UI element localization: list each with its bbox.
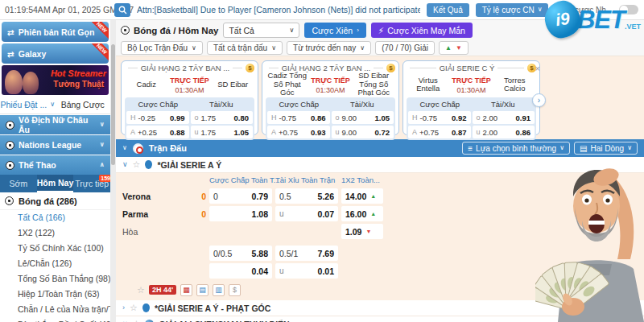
bet-slip-tabs: Phiếu Đặt ... ∨ Bảng Cược [0, 95, 110, 114]
subtab-early[interactable]: Sớm [0, 175, 37, 192]
league-count-label: (70 / 70) Giải [375, 41, 435, 55]
odds-cell[interactable]: u 0.07 [275, 206, 338, 221]
sidebar-filter-first-last-goal[interactable]: Bàn thắng Đầu/ Cuối (40) [0, 317, 110, 322]
scrollbar-thumb[interactable] [111, 44, 115, 165]
favorite-star-icon[interactable]: ☆ [133, 160, 141, 169]
sidebar-league-nations[interactable]: Nations League ∨ [0, 135, 110, 155]
sidebar: ⇄ Phiên bản Rút Gọn NEW ⇄ Galaxy NEW Hot… [0, 20, 110, 322]
chevron-down-icon[interactable]: ∨ [122, 145, 127, 151]
sidebar-filter-ht-ft[interactable]: Hiệp 1/Toàn Trận (63) [0, 287, 110, 302]
odds-cell[interactable]: A +0.75 0.87 [408, 126, 471, 138]
live-period-badge: 2H 44' [149, 285, 176, 295]
match-card-2: GIẢI HẠNG 2 TÂY BAN ... $ Cadiz Tổng Số … [262, 60, 399, 135]
odds-cell[interactable]: 14.00 ▲ [341, 188, 383, 204]
hot-streamer-banner[interactable]: Hot Streamer Tường Thuật [2, 65, 109, 95]
odds-cell[interactable]: u 1.75 1.05 [191, 126, 254, 138]
time-range-select[interactable]: Từ trước đến nay ∨ [287, 41, 371, 55]
coin-icon[interactable]: $ [229, 284, 241, 296]
odds-cell[interactable]: u 2.00 0.86 [473, 126, 535, 138]
card-league-title: GIẢI HẠNG 2 TÂY BAN ... $ [125, 64, 254, 72]
sidebar-scrollbar[interactable] [110, 20, 116, 322]
odds-cell[interactable]: 1.08 [209, 206, 272, 221]
odds-cell[interactable]: 0/0.5 5.88 [209, 246, 272, 261]
match-filter-button[interactable]: Bộ Lọc Trận Đấu ∨ [121, 41, 203, 55]
chevron-right-icon[interactable]: › [122, 304, 125, 312]
match-target-icon [133, 143, 143, 154]
odds-type-button[interactable]: Tỷ lệ cược CN ∨ [476, 3, 549, 17]
team-score: 0 [193, 192, 206, 201]
odds-cell[interactable]: A +0.75 0.93 [267, 126, 330, 138]
swap-icon: ⇄ [7, 49, 14, 59]
league-name: GIẢI ALLSVENSKAN THỤY ĐIỂN [159, 320, 289, 322]
close-icon[interactable]: × [535, 64, 540, 73]
sidebar-league-euro-women[interactable]: Vô Địch Nữ Châu Âu ∨ [0, 115, 110, 134]
results-button[interactable]: Kết Quả [427, 3, 469, 17]
subtab-today[interactable]: Hôm Nay [37, 175, 74, 192]
odds-up-icon: ▲ [370, 211, 376, 217]
galaxy-button[interactable]: ⇄ Galaxy NEW [2, 43, 109, 64]
league-logo-icon [145, 160, 152, 169]
soccer-ball-icon [5, 196, 14, 205]
coin-icon: $ [246, 64, 254, 72]
sidebar-sport-football[interactable]: Bóng đá (286) [0, 192, 110, 210]
all-matches-select[interactable]: Tất cả trận đấu ∨ [207, 41, 283, 55]
favorite-star-icon[interactable]: ☆ [130, 303, 138, 312]
match-time: 01:30AM [456, 86, 485, 94]
live-label: TRỰC TIẾP [170, 76, 208, 85]
home-team: Cadiz [125, 80, 168, 89]
stats-icon[interactable]: ▥ [213, 284, 225, 296]
sidebar-league-sports[interactable]: Thể Thao ∧ [0, 155, 110, 175]
search-button[interactable] [114, 3, 130, 17]
odds-cell[interactable]: 0.04 [209, 263, 272, 279]
pitch-view-icon[interactable]: ▦ [180, 284, 192, 296]
odds-cell[interactable]: 0.5/1 7.69 [275, 246, 338, 261]
favorite-star-icon[interactable]: ☆ [137, 286, 145, 295]
over-under-header: Tài/Xỉu [331, 100, 394, 109]
swap-icon: ⇄ [7, 27, 14, 37]
soccer-ball-icon [6, 121, 14, 130]
lightning-icon: ⚡ [378, 26, 384, 35]
tab-bet-board[interactable]: Bảng Cược [56, 100, 111, 109]
odds-cell[interactable]: H -0.75 0.92 [408, 111, 471, 124]
subtab-live[interactable]: Trực tiếp 159 [73, 175, 110, 192]
parlay-button[interactable]: Cược Xiên › [304, 23, 365, 38]
match-info-icon[interactable]: ▤ [196, 284, 208, 296]
home-team: Virtus Entella [407, 76, 450, 93]
sidebar-filter-oe-half[interactable]: Chẵn / Lẻ của Nửa trận/T... (57) [0, 302, 110, 317]
sidebar-filter-correct-score[interactable]: Tỷ Số Chính Xác (100) [0, 241, 110, 256]
odds-cell[interactable]: o 2.00 0.91 [473, 111, 535, 124]
sport-select[interactable]: Tất Cả ∨ [223, 23, 299, 38]
odds-cell[interactable]: H -0.75 0.86 [267, 111, 330, 124]
odds-cell[interactable]: H -0.25 0.99 [126, 111, 189, 124]
league-name: *GIẢI SERIE A Ý - PHẠT GÓC [155, 303, 271, 313]
carousel-next-button[interactable]: › [532, 93, 546, 107]
soccer-ball-icon [6, 141, 14, 150]
odds-cell[interactable]: u 9.00 0.72 [332, 126, 394, 138]
sidebar-filter-total-goals[interactable]: Tổng Số Bàn Thắng (98) [0, 271, 110, 287]
odds-cell[interactable]: A +0.25 0.88 [126, 126, 189, 138]
sidebar-filter-all[interactable]: Tất Cả (166) [0, 210, 110, 225]
odds-cell[interactable]: u 0.01 [275, 263, 338, 279]
tab-bet-slip[interactable]: Phiếu Đặt ... ∨ [0, 100, 56, 109]
col-handicap: Cược Chấp Toàn T... [209, 175, 272, 184]
sidebar-filter-odd-even[interactable]: Lẻ/Chẵn (126) [0, 256, 110, 271]
lucky-parlay-button[interactable]: ⚡ Cược Xiên May Mắn [371, 23, 473, 38]
odds-cell[interactable]: 0 0.79 [209, 188, 272, 204]
away-team: SD Eibar [212, 80, 255, 89]
team-score: 0 [193, 209, 206, 219]
chevron-down-icon[interactable]: ∨ [122, 161, 128, 168]
odds-cell[interactable]: o 1.75 0.80 [191, 111, 254, 124]
odds-cell[interactable]: 0.5 5.26 [275, 188, 338, 204]
sidebar-filter-1x2[interactable]: 1X2 (122) [0, 225, 110, 241]
home-team: Cadiz Tổng Số Phạt Góc [266, 72, 309, 97]
chevron-down-icon: ∨ [360, 45, 365, 52]
new-badge: NEW [88, 43, 109, 63]
odds-cell[interactable]: 1.09 ▼ [341, 224, 383, 239]
sort-button[interactable]: ▲ ▼ [439, 41, 469, 55]
menu-icon: ≡ [468, 144, 473, 153]
over-under-header: Tài/Xỉu [472, 100, 535, 109]
odds-cell[interactable]: 16.00 ▲ [341, 206, 383, 221]
i9bet-logo[interactable]: i9 BET .VET [545, 1, 641, 38]
compact-version-button[interactable]: ⇄ Phiên bản Rút Gọn NEW [2, 22, 109, 42]
odds-cell[interactable]: o 9.00 1.05 [332, 111, 394, 124]
